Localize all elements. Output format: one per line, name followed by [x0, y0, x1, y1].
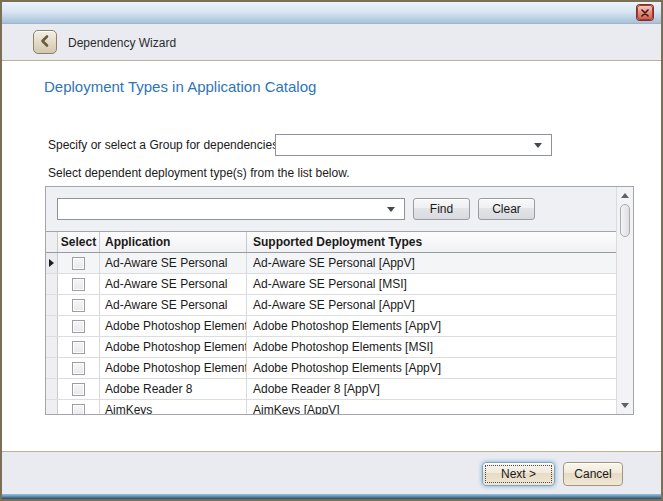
scroll-down-icon[interactable] [621, 403, 629, 408]
deployment-cell[interactable]: Adobe Photoshop Elements [MSI] [247, 337, 616, 357]
deployment-cell[interactable]: Adobe Photoshop Elements [AppV] [247, 358, 616, 378]
group-label: Specify or select a Group for dependenci… [48, 138, 278, 152]
list-instruction-label: Select dependent deployment type(s) from… [48, 166, 350, 180]
back-button[interactable] [33, 30, 57, 54]
application-cell[interactable]: Adobe Photoshop Elements [100, 316, 247, 336]
application-text: Adobe Photoshop Elements [105, 319, 247, 333]
deployment-text: Adobe Photoshop Elements [MSI] [253, 340, 433, 354]
scroll-up-icon[interactable] [621, 193, 629, 198]
dependency-wizard-window: Dependency Wizard Deployment Types in Ap… [0, 0, 663, 501]
deployment-cell[interactable]: Adobe Photoshop Elements [AppV] [247, 316, 616, 336]
deployment-cell[interactable]: Ad-Aware SE Personal [AppV] [247, 253, 616, 273]
row-header-cell[interactable] [46, 295, 58, 315]
scrollbar-thumb[interactable] [620, 204, 630, 237]
table-row[interactable]: Ad-Aware SE Personal Ad-Aware SE Persona… [46, 295, 616, 316]
deployment-cell[interactable]: Ad-Aware SE Personal [MSI] [247, 274, 616, 294]
group-combo[interactable] [275, 134, 552, 156]
grid-header-row: Select Application Supported Deployment … [46, 232, 616, 253]
application-cell[interactable]: Adobe Photoshop Elements [100, 358, 247, 378]
row-checkbox[interactable] [72, 320, 85, 333]
find-button[interactable]: Find [413, 198, 470, 220]
grid-corner-cell [46, 232, 58, 252]
application-text: Ad-Aware SE Personal [105, 277, 228, 291]
table-row[interactable]: AimKeys AimKeys [AppV] [46, 400, 616, 414]
application-cell[interactable]: Ad-Aware SE Personal [100, 295, 247, 315]
select-cell [58, 379, 100, 399]
deployment-text: Ad-Aware SE Personal [AppV] [253, 298, 415, 312]
select-cell [58, 295, 100, 315]
row-header-cell[interactable] [46, 253, 58, 273]
deployment-text: Adobe Reader 8 [AppV] [253, 382, 380, 396]
row-checkbox[interactable] [72, 362, 85, 375]
search-combo[interactable] [57, 198, 405, 220]
deployment-grid: Select Application Supported Deployment … [46, 231, 616, 414]
bottom-accent-bar [2, 494, 661, 499]
application-cell[interactable]: Ad-Aware SE Personal [100, 274, 247, 294]
dropdown-icon [534, 143, 542, 148]
clear-button[interactable]: Clear [478, 198, 535, 220]
application-text: AimKeys [105, 403, 152, 414]
row-checkbox[interactable] [72, 341, 85, 354]
table-row[interactable]: Adobe Photoshop Elements Adobe Photoshop… [46, 358, 616, 379]
table-row[interactable]: Adobe Reader 8 Adobe Reader 8 [AppV] [46, 379, 616, 400]
row-header-cell[interactable] [46, 316, 58, 336]
row-checkbox[interactable] [72, 404, 85, 415]
table-row[interactable]: Ad-Aware SE Personal Ad-Aware SE Persona… [46, 253, 616, 274]
application-cell[interactable]: AimKeys [100, 400, 247, 414]
column-header-select[interactable]: Select [58, 232, 100, 252]
select-cell [58, 358, 100, 378]
vertical-scrollbar[interactable] [616, 187, 633, 414]
footer: Next > Cancel [2, 452, 661, 494]
deployment-list-panel: Find Clear Select Application Supported … [45, 186, 634, 415]
application-text: Adobe Photoshop Elements [105, 361, 247, 375]
row-header-cell[interactable] [46, 337, 58, 357]
wizard-title: Dependency Wizard [68, 24, 176, 61]
application-text: Adobe Reader 8 [105, 382, 192, 396]
deployment-cell[interactable]: Adobe Reader 8 [AppV] [247, 379, 616, 399]
back-icon [38, 34, 52, 51]
table-row[interactable]: Ad-Aware SE Personal Ad-Aware SE Persona… [46, 274, 616, 295]
application-text: Ad-Aware SE Personal [105, 298, 228, 312]
select-cell [58, 316, 100, 336]
table-row[interactable]: Adobe Photoshop Elements Adobe Photoshop… [46, 316, 616, 337]
next-button[interactable]: Next > [482, 462, 555, 486]
application-text: Adobe Photoshop Elements [105, 340, 247, 354]
titlebar [2, 2, 661, 24]
row-header-cell[interactable] [46, 274, 58, 294]
row-checkbox[interactable] [72, 257, 85, 270]
deployment-cell[interactable]: Ad-Aware SE Personal [AppV] [247, 295, 616, 315]
row-checkbox[interactable] [72, 383, 85, 396]
application-cell[interactable]: Adobe Reader 8 [100, 379, 247, 399]
deployment-text: Ad-Aware SE Personal [MSI] [253, 277, 407, 291]
page-heading: Deployment Types in Application Catalog [44, 78, 316, 95]
select-cell [58, 400, 100, 414]
deployment-text: AimKeys [AppV] [253, 403, 340, 414]
table-row[interactable]: Adobe Photoshop Elements Adobe Photoshop… [46, 337, 616, 358]
dropdown-icon [387, 207, 395, 212]
deployment-text: Adobe Photoshop Elements [AppV] [253, 319, 441, 333]
application-cell[interactable]: Adobe Photoshop Elements [100, 337, 247, 357]
wizard-header: Dependency Wizard [2, 24, 661, 61]
row-checkbox[interactable] [72, 278, 85, 291]
deployment-text: Adobe Photoshop Elements [AppV] [253, 361, 441, 375]
row-checkbox[interactable] [72, 299, 85, 312]
close-button[interactable] [637, 5, 653, 20]
application-text: Ad-Aware SE Personal [105, 256, 228, 270]
column-header-application[interactable]: Application [100, 232, 247, 252]
row-header-cell[interactable] [46, 358, 58, 378]
close-icon [641, 6, 649, 20]
cancel-button[interactable]: Cancel [563, 462, 623, 486]
page-content: Deployment Types in Application Catalog … [2, 62, 661, 451]
row-header-cell[interactable] [46, 400, 58, 414]
select-cell [58, 337, 100, 357]
select-cell [58, 274, 100, 294]
row-header-cell[interactable] [46, 379, 58, 399]
application-cell[interactable]: Ad-Aware SE Personal [100, 253, 247, 273]
grid-rows: Ad-Aware SE Personal Ad-Aware SE Persona… [46, 253, 616, 414]
current-row-icon [49, 259, 54, 267]
deployment-cell[interactable]: AimKeys [AppV] [247, 400, 616, 414]
column-header-deployment[interactable]: Supported Deployment Types [247, 232, 616, 252]
select-cell [58, 253, 100, 273]
deployment-text: Ad-Aware SE Personal [AppV] [253, 256, 415, 270]
